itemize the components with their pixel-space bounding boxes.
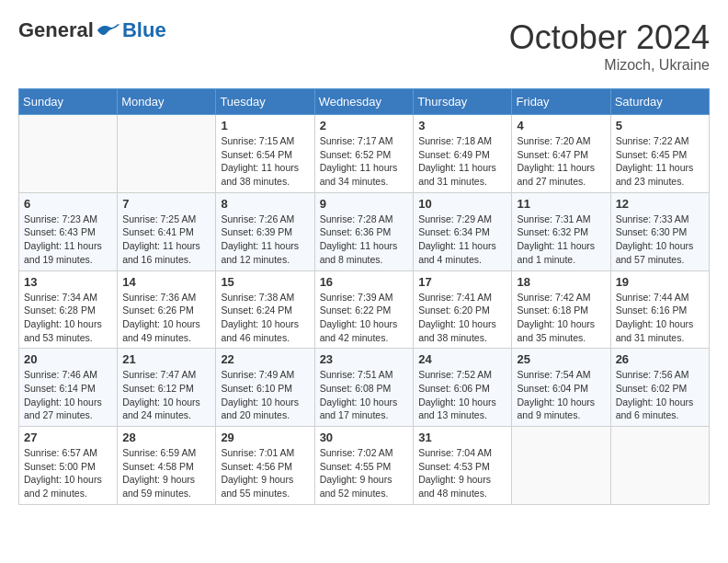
calendar-cell: 21Sunrise: 7:47 AMSunset: 6:12 PMDayligh… [118,349,216,427]
calendar-cell: 30Sunrise: 7:02 AMSunset: 4:55 PMDayligh… [314,427,414,505]
day-info: Sunrise: 7:22 AMSunset: 6:45 PMDaylight:… [616,134,704,189]
day-info: Sunrise: 7:20 AMSunset: 6:47 PMDaylight:… [517,134,605,189]
day-number: 3 [418,119,506,132]
day-info: Sunrise: 7:42 AMSunset: 6:18 PMDaylight:… [517,291,605,345]
day-info: Sunrise: 7:25 AMSunset: 6:41 PMDaylight:… [122,213,210,267]
calendar-week-row: 13Sunrise: 7:34 AMSunset: 6:28 PMDayligh… [19,270,710,349]
page-header: General Blue October 2024 Mizoch, Ukrain… [18,18,710,74]
day-number: 10 [418,197,506,211]
day-number: 25 [517,352,605,366]
day-number: 7 [122,197,210,211]
calendar-cell: 14Sunrise: 7:36 AMSunset: 6:26 PMDayligh… [118,270,216,349]
day-info: Sunrise: 7:54 AMSunset: 6:04 PMDaylight:… [517,368,605,422]
calendar-cell: 17Sunrise: 7:41 AMSunset: 6:20 PMDayligh… [414,270,512,349]
day-info: Sunrise: 7:52 AMSunset: 6:06 PMDaylight:… [418,368,506,422]
day-number: 4 [517,119,605,132]
calendar-cell: 28Sunrise: 6:59 AMSunset: 4:58 PMDayligh… [118,427,216,505]
calendar-cell [19,115,118,193]
calendar-cell: 11Sunrise: 7:31 AMSunset: 6:32 PMDayligh… [512,192,610,270]
day-info: Sunrise: 7:47 AMSunset: 6:12 PMDaylight:… [122,368,210,422]
logo-bird-icon [96,21,121,40]
logo-general: General [18,18,94,42]
weekday-header-monday: Monday [118,89,216,115]
calendar-cell: 18Sunrise: 7:42 AMSunset: 6:18 PMDayligh… [512,270,610,349]
day-info: Sunrise: 7:02 AMSunset: 4:55 PMDaylight:… [320,446,409,500]
day-number: 31 [418,431,506,444]
calendar-cell: 20Sunrise: 7:46 AMSunset: 6:14 PMDayligh… [19,349,118,427]
weekday-header-friday: Friday [512,89,610,115]
weekday-header-row: SundayMondayTuesdayWednesdayThursdayFrid… [19,89,710,115]
weekday-header-wednesday: Wednesday [314,89,414,115]
calendar-cell: 26Sunrise: 7:56 AMSunset: 6:02 PMDayligh… [610,349,709,427]
calendar-week-row: 1Sunrise: 7:15 AMSunset: 6:54 PMDaylight… [19,115,710,193]
calendar-cell [512,427,610,505]
day-info: Sunrise: 7:51 AMSunset: 6:08 PMDaylight:… [320,368,409,422]
calendar-cell: 19Sunrise: 7:44 AMSunset: 6:16 PMDayligh… [610,270,709,349]
day-number: 2 [320,119,409,132]
day-info: Sunrise: 7:44 AMSunset: 6:16 PMDaylight:… [616,291,704,345]
day-info: Sunrise: 7:39 AMSunset: 6:22 PMDaylight:… [320,291,409,345]
weekday-header-thursday: Thursday [414,89,512,115]
day-number: 26 [616,352,704,366]
day-info: Sunrise: 7:41 AMSunset: 6:20 PMDaylight:… [418,291,506,345]
title-block: October 2024 Mizoch, Ukraine [509,18,710,74]
calendar-cell: 15Sunrise: 7:38 AMSunset: 6:24 PMDayligh… [216,270,314,349]
day-number: 11 [517,197,605,211]
day-info: Sunrise: 7:46 AMSunset: 6:14 PMDaylight:… [24,368,112,422]
logo: General Blue [18,18,166,42]
calendar-cell [118,115,216,193]
day-info: Sunrise: 7:15 AMSunset: 6:54 PMDaylight:… [221,134,309,189]
location: Mizoch, Ukraine [509,57,710,74]
day-number: 15 [221,275,309,289]
calendar-cell: 29Sunrise: 7:01 AMSunset: 4:56 PMDayligh… [216,427,314,505]
calendar-week-row: 6Sunrise: 7:23 AMSunset: 6:43 PMDaylight… [19,192,710,270]
calendar-cell: 22Sunrise: 7:49 AMSunset: 6:10 PMDayligh… [216,349,314,427]
calendar-cell: 2Sunrise: 7:17 AMSunset: 6:52 PMDaylight… [314,115,414,193]
day-number: 13 [24,275,112,289]
day-info: Sunrise: 7:23 AMSunset: 6:43 PMDaylight:… [24,213,112,267]
logo-blue: Blue [122,18,166,42]
calendar-cell: 31Sunrise: 7:04 AMSunset: 4:53 PMDayligh… [414,427,512,505]
day-number: 12 [616,197,704,211]
day-number: 1 [221,119,309,132]
calendar-week-row: 27Sunrise: 6:57 AMSunset: 5:00 PMDayligh… [19,427,710,505]
day-number: 30 [320,431,409,444]
calendar-cell: 8Sunrise: 7:26 AMSunset: 6:39 PMDaylight… [216,192,314,270]
day-info: Sunrise: 7:18 AMSunset: 6:49 PMDaylight:… [418,134,506,189]
day-info: Sunrise: 7:56 AMSunset: 6:02 PMDaylight:… [616,368,704,422]
day-info: Sunrise: 7:17 AMSunset: 6:52 PMDaylight:… [320,134,409,189]
calendar-cell: 25Sunrise: 7:54 AMSunset: 6:04 PMDayligh… [512,349,610,427]
calendar-cell: 27Sunrise: 6:57 AMSunset: 5:00 PMDayligh… [19,427,118,505]
calendar-table: SundayMondayTuesdayWednesdayThursdayFrid… [18,88,710,505]
calendar-cell: 23Sunrise: 7:51 AMSunset: 6:08 PMDayligh… [314,349,414,427]
day-info: Sunrise: 7:34 AMSunset: 6:28 PMDaylight:… [24,291,112,345]
day-number: 14 [122,275,210,289]
day-number: 24 [418,352,506,366]
day-number: 22 [221,352,309,366]
calendar-cell: 13Sunrise: 7:34 AMSunset: 6:28 PMDayligh… [19,270,118,349]
day-info: Sunrise: 6:57 AMSunset: 5:00 PMDaylight:… [24,446,112,500]
calendar-cell: 9Sunrise: 7:28 AMSunset: 6:36 PMDaylight… [314,192,414,270]
day-number: 17 [418,275,506,289]
day-info: Sunrise: 7:01 AMSunset: 4:56 PMDaylight:… [221,446,309,500]
calendar-week-row: 20Sunrise: 7:46 AMSunset: 6:14 PMDayligh… [19,349,710,427]
day-number: 18 [517,275,605,289]
calendar-cell: 16Sunrise: 7:39 AMSunset: 6:22 PMDayligh… [314,270,414,349]
weekday-header-sunday: Sunday [19,89,118,115]
month-title: October 2024 [509,18,710,57]
day-info: Sunrise: 7:38 AMSunset: 6:24 PMDaylight:… [221,291,309,345]
day-info: Sunrise: 7:31 AMSunset: 6:32 PMDaylight:… [517,213,605,267]
calendar-cell: 5Sunrise: 7:22 AMSunset: 6:45 PMDaylight… [610,115,709,193]
calendar-cell: 7Sunrise: 7:25 AMSunset: 6:41 PMDaylight… [118,192,216,270]
day-number: 27 [24,431,112,444]
calendar-cell: 1Sunrise: 7:15 AMSunset: 6:54 PMDaylight… [216,115,314,193]
day-number: 16 [320,275,409,289]
day-number: 21 [122,352,210,366]
day-number: 5 [616,119,704,132]
day-info: Sunrise: 6:59 AMSunset: 4:58 PMDaylight:… [122,446,210,500]
day-number: 8 [221,197,309,211]
day-info: Sunrise: 7:49 AMSunset: 6:10 PMDaylight:… [221,368,309,422]
calendar-cell [610,427,709,505]
day-info: Sunrise: 7:04 AMSunset: 4:53 PMDaylight:… [418,446,506,500]
calendar-cell: 24Sunrise: 7:52 AMSunset: 6:06 PMDayligh… [414,349,512,427]
